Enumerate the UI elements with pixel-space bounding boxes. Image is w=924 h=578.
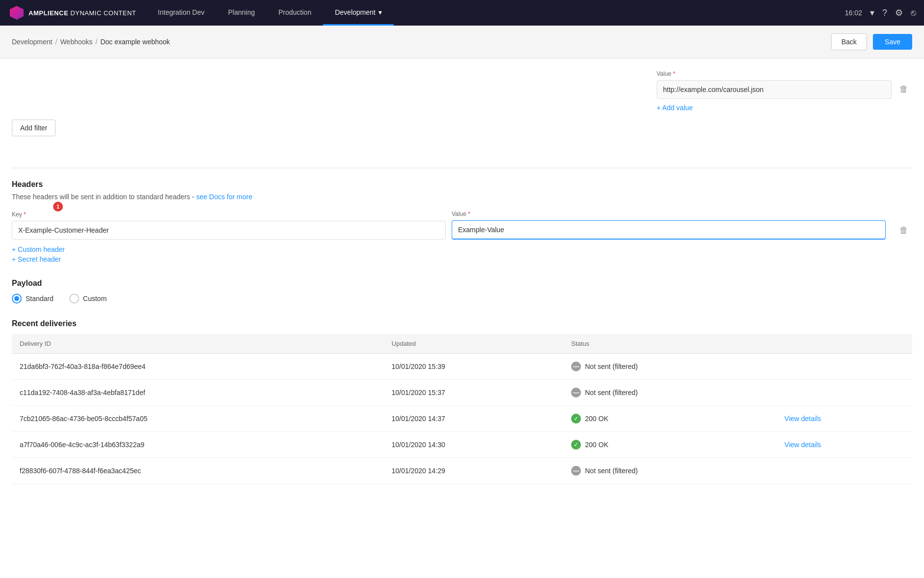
col-status: Status (563, 334, 777, 354)
top-value-field-group: Value * + Add value 🗑 (657, 70, 912, 112)
save-button[interactable]: Save (873, 34, 912, 50)
secret-header-link[interactable]: + Secret header (12, 255, 912, 263)
delivery-id-cell: f28830f6-607f-4788-844f-f6ea3ac425ec (12, 458, 384, 484)
details-cell: View details (777, 406, 912, 432)
logout-icon[interactable]: ⎋ (911, 8, 916, 18)
status-icon: — (571, 362, 581, 371)
status-text: Not sent (filtered) (585, 363, 637, 370)
breadcrumb-sep-2: / (95, 38, 97, 46)
updated-cell: 10/01/2020 15:39 (384, 354, 563, 380)
deliveries-table: Delivery ID Updated Status 21da6bf3-762f… (12, 334, 912, 484)
status-cell: —Not sent (filtered) (563, 354, 777, 380)
table-row: a7f70a46-006e-4c9c-ac3f-14b63f3322a910/0… (12, 432, 912, 458)
nav-tabs: Integration Dev Planning Production Deve… (146, 0, 837, 26)
col-actions (777, 334, 912, 354)
back-button[interactable]: Back (831, 33, 867, 50)
breadcrumb-development[interactable]: Development (12, 38, 53, 46)
table-row: f28830f6-607f-4788-844f-f6ea3ac425ec10/0… (12, 458, 912, 484)
docs-link[interactable]: see Docs for more (196, 193, 252, 201)
payload-standard-radio-inner (14, 296, 19, 301)
nav-right-area: 16:02 ▾ ? ⚙ ⎋ (837, 7, 924, 18)
details-cell (777, 458, 912, 484)
headers-section: Headers These headers will be sent in ad… (12, 180, 912, 263)
breadcrumb-webhooks[interactable]: Webhooks (60, 38, 92, 46)
value-label: Value * (657, 70, 892, 77)
delivery-id-cell: 7cb21065-86ac-4736-be05-8cccb4f57a05 (12, 406, 384, 432)
nav-dropdown-arrow: ▾ (378, 8, 382, 16)
help-icon[interactable]: ? (882, 8, 887, 18)
delete-value-icon[interactable]: 🗑 (895, 80, 912, 98)
payload-standard-option[interactable]: Standard (12, 294, 54, 304)
deliveries-title: Recent deliveries (12, 319, 912, 328)
status-icon: — (571, 388, 581, 397)
details-cell (777, 380, 912, 406)
headers-description: These headers will be sent in addition t… (12, 193, 912, 201)
value-field-header: Value * (452, 211, 886, 240)
nav-tab-integration-dev[interactable]: Integration Dev (146, 0, 216, 26)
table-row: 7cb21065-86ac-4736-be05-8cccb4f57a0510/0… (12, 406, 912, 432)
updated-cell: 10/01/2020 14:30 (384, 432, 563, 458)
add-filter-button[interactable]: Add filter (12, 120, 56, 136)
main-content: Value * + Add value 🗑 Add filter Headers… (0, 59, 924, 496)
deliveries-section: Recent deliveries Delivery ID Updated St… (12, 319, 912, 484)
nav-tab-planning[interactable]: Planning (216, 0, 267, 26)
header-links: + Custom header + Secret header (12, 245, 912, 263)
view-details-link[interactable]: View details (784, 441, 821, 449)
brand-name: AMPLIENCE DYNAMIC CONTENT (29, 9, 136, 17)
status-cell: ✓200 OK (563, 432, 777, 458)
custom-header-link[interactable]: + Custom header (12, 245, 912, 253)
view-details-link[interactable]: View details (784, 415, 821, 423)
status-text: Not sent (filtered) (585, 389, 637, 396)
headers-title: Headers (12, 180, 912, 189)
header-value-input[interactable] (452, 220, 886, 240)
status-cell: —Not sent (filtered) (563, 458, 777, 484)
deliveries-table-body: 21da6bf3-762f-40a3-818a-f864e7d69ee410/0… (12, 354, 912, 484)
status-icon: ✓ (571, 414, 581, 424)
badge-area: 1 (55, 206, 65, 215)
add-value-link[interactable]: + Add value (657, 104, 892, 112)
add-filter-section: Add filter (12, 120, 912, 152)
payload-section: Payload Standard Custom (12, 279, 912, 304)
nav-time-dropdown-icon[interactable]: ▾ (870, 7, 874, 18)
key-input[interactable] (12, 221, 446, 240)
col-updated: Updated (384, 334, 563, 354)
updated-cell: 10/01/2020 14:29 (384, 458, 563, 484)
delete-header-icon[interactable]: 🗑 (895, 221, 912, 240)
nav-tab-development[interactable]: Development ▾ (323, 0, 394, 26)
breadcrumb-bar: Development / Webhooks / Doc example web… (0, 26, 924, 59)
header-value-label: Value * (452, 211, 886, 217)
top-value-section: Value * + Add value 🗑 (12, 70, 912, 112)
delivery-id-cell: 21da6bf3-762f-40a3-818a-f864e7d69ee4 (12, 354, 384, 380)
brand-logo-area: AMPLIENCE DYNAMIC CONTENT (0, 0, 146, 26)
updated-cell: 10/01/2020 14:37 (384, 406, 563, 432)
nav-time: 16:02 (845, 9, 862, 17)
delivery-id-cell: c11da192-7408-4a38-af3a-4ebfa8171def (12, 380, 384, 406)
settings-icon[interactable]: ⚙ (895, 7, 903, 18)
breadcrumb-actions: Back Save (831, 33, 912, 50)
divider-1 (12, 168, 912, 168)
details-cell (777, 354, 912, 380)
key-field: Key * (12, 211, 446, 240)
breadcrumb: Development / Webhooks / Doc example web… (12, 38, 170, 46)
value-input[interactable] (657, 80, 892, 99)
payload-title: Payload (12, 279, 912, 288)
details-cell: View details (777, 432, 912, 458)
payload-standard-radio[interactable] (12, 294, 22, 304)
payload-custom-option[interactable]: Custom (69, 294, 107, 304)
payload-custom-radio[interactable] (69, 294, 79, 304)
status-cell: ✓200 OK (563, 406, 777, 432)
updated-cell: 10/01/2020 15:37 (384, 380, 563, 406)
value-field: Value * + Add value (657, 70, 892, 112)
status-text: 200 OK (585, 441, 608, 449)
key-label: Key * (12, 211, 446, 218)
deliveries-table-header: Delivery ID Updated Status (12, 334, 912, 354)
delivery-id-cell: a7f70a46-006e-4c9c-ac3f-14b63f3322a9 (12, 432, 384, 458)
status-text: 200 OK (585, 415, 608, 423)
header-kv-row: Key * 1 Value * 🗑 (12, 211, 912, 240)
breadcrumb-sep-1: / (56, 38, 58, 46)
status-icon: ✓ (571, 440, 581, 450)
top-navigation: AMPLIENCE DYNAMIC CONTENT Integration De… (0, 0, 924, 26)
payload-standard-label: Standard (26, 295, 54, 303)
nav-tab-production[interactable]: Production (267, 0, 323, 26)
breadcrumb-current: Doc example webhook (100, 38, 170, 46)
